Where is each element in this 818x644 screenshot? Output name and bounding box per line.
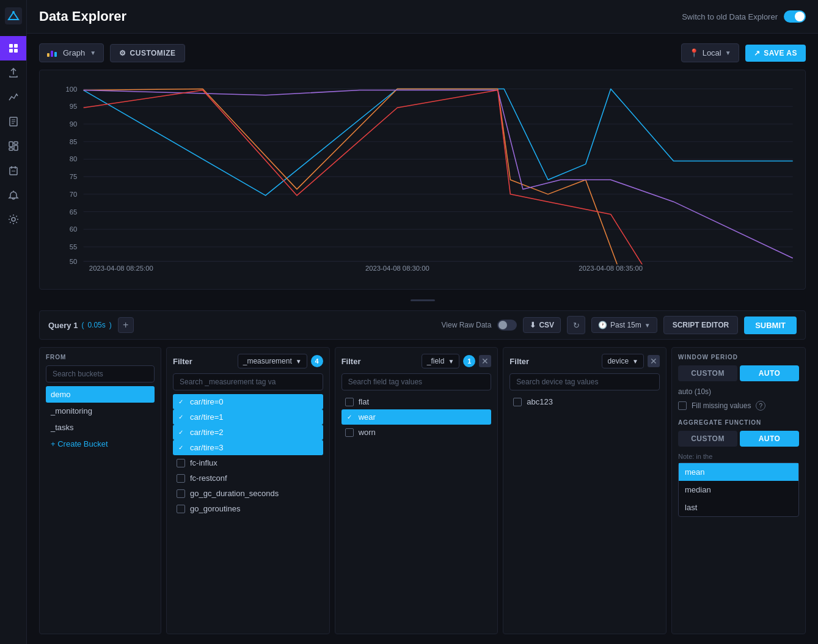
- sidebar-item-alerts[interactable]: [0, 183, 26, 207]
- agg-custom-button[interactable]: CUSTOM: [678, 431, 737, 447]
- field-label-flat: flat: [359, 397, 369, 406]
- script-editor-button[interactable]: SCRIPT EDITOR: [663, 316, 738, 334]
- measurement-check-6: [177, 489, 185, 498]
- filter-field-controls: _field ▼ 1 ✕: [422, 354, 492, 368]
- window-custom-button[interactable]: CUSTOM: [678, 365, 737, 381]
- window-period-label: WINDOW PERIOD: [678, 354, 799, 360]
- resize-handle[interactable]: [39, 297, 806, 303]
- auto-value: auto (10s): [678, 387, 799, 396]
- graph-bar-3: [54, 52, 57, 57]
- svg-text:2023-04-08 08:25:00: 2023-04-08 08:25:00: [89, 265, 153, 271]
- search-device-input[interactable]: [509, 373, 660, 390]
- field-label: _field: [427, 357, 445, 365]
- measurement-item-1[interactable]: car/tire=1: [173, 409, 323, 425]
- local-label: Local: [703, 48, 721, 57]
- save-as-button[interactable]: ↗ SAVE AS: [745, 45, 806, 62]
- measurement-field-select[interactable]: _measurement ▼: [238, 354, 307, 368]
- create-bucket-label: + Create Bucket: [51, 439, 108, 448]
- agg-item-mean[interactable]: mean: [679, 463, 798, 481]
- search-buckets-input[interactable]: [46, 365, 155, 382]
- field-dropdown-icon: ▼: [448, 358, 454, 365]
- switch-to-old-toggle[interactable]: [784, 10, 806, 23]
- field-item-worn[interactable]: worn: [341, 425, 492, 440]
- svg-rect-5: [9, 49, 13, 53]
- svg-rect-13: [14, 145, 18, 150]
- filter-measurement-header: Filter _measurement ▼ 4: [173, 354, 323, 368]
- sidebar-item-tasks[interactable]: [0, 158, 26, 183]
- measurement-item-4[interactable]: fc-influx: [173, 455, 323, 470]
- search-field-input[interactable]: [341, 373, 492, 390]
- sidebar-item-settings[interactable]: [0, 207, 26, 232]
- svg-text:95: 95: [70, 103, 78, 110]
- field-select[interactable]: _field ▼: [422, 354, 460, 368]
- add-query-button[interactable]: +: [118, 317, 134, 333]
- sidebar-item-chart[interactable]: [0, 85, 26, 109]
- field-item-wear[interactable]: wear: [341, 409, 492, 425]
- sidebar-item-explorer[interactable]: [0, 36, 26, 60]
- measurement-check-5: [177, 474, 185, 483]
- sidebar-item-upload[interactable]: [0, 60, 26, 85]
- measurement-check-7: [177, 505, 185, 513]
- sidebar-item-dashboard[interactable]: [0, 134, 26, 158]
- header: Data Explorer Switch to old Data Explore…: [27, 0, 818, 34]
- bucket-list: demo _monitoring _tasks + Create Bucket: [46, 386, 155, 452]
- bucket-item-monitoring[interactable]: _monitoring: [46, 403, 155, 419]
- graph-bar-1: [47, 53, 49, 57]
- graph-type-button[interactable]: Graph ▼: [39, 43, 104, 62]
- measurement-item-6[interactable]: go_gc_duration_seconds: [173, 486, 323, 501]
- window-auto-button[interactable]: AUTO: [740, 365, 799, 381]
- plus-icon: +: [123, 320, 128, 331]
- field-check-wear: [345, 413, 354, 422]
- submit-button[interactable]: SUBMIT: [744, 317, 797, 334]
- query-bar-right: View Raw Data ⬇ CSV ↻ 🕐 Past 15m ▼ SCRIP…: [442, 316, 797, 334]
- sidebar-item-notebook[interactable]: [0, 109, 26, 134]
- view-raw-toggle[interactable]: [497, 320, 517, 331]
- create-bucket-link[interactable]: + Create Bucket: [46, 436, 155, 452]
- device-item-abc123[interactable]: abc123: [509, 394, 660, 409]
- agg-item-last[interactable]: last: [679, 499, 798, 516]
- bucket-item-tasks[interactable]: _tasks: [46, 419, 155, 436]
- device-items: abc123: [509, 394, 660, 409]
- filter-measurement-title: Filter: [173, 357, 192, 366]
- measurement-field-label: _measurement: [243, 357, 292, 365]
- local-button[interactable]: 📍 Local ▼: [681, 43, 739, 62]
- sidebar: [0, 0, 27, 644]
- save-as-label: SAVE AS: [764, 49, 797, 57]
- svg-text:75: 75: [70, 173, 78, 180]
- filter-field-close-button[interactable]: ✕: [479, 355, 491, 367]
- measurement-item-0[interactable]: car/tire=0: [173, 394, 323, 409]
- field-item-flat[interactable]: flat: [341, 394, 492, 409]
- measurement-item-5[interactable]: fc-restconf: [173, 470, 323, 486]
- svg-text:65: 65: [70, 208, 78, 216]
- fill-missing-checkbox[interactable]: [678, 401, 687, 410]
- graph-bar-2: [51, 51, 53, 57]
- filter-field-panel: Filter _field ▼ 1 ✕ flat: [335, 347, 498, 634]
- agg-item-median[interactable]: median: [679, 481, 798, 499]
- svg-text:55: 55: [70, 243, 78, 251]
- time-range-button[interactable]: 🕐 Past 15m ▼: [591, 317, 657, 333]
- measurement-label-5: fc-restconf: [190, 474, 227, 483]
- measurement-label-6: go_gc_duration_seconds: [190, 489, 279, 498]
- measurement-item-3[interactable]: car/tire=3: [173, 440, 323, 455]
- bucket-item-demo[interactable]: demo: [46, 386, 155, 403]
- device-select[interactable]: device ▼: [602, 354, 644, 368]
- filter-device-close-button[interactable]: ✕: [648, 355, 660, 367]
- query-bar: Query 1 ( 0.05s ) + View Raw Data ⬇ CSV …: [39, 310, 806, 340]
- graph-type-label: Graph: [63, 48, 85, 57]
- csv-button[interactable]: ⬇ CSV: [523, 317, 561, 333]
- agg-auto-button[interactable]: AUTO: [740, 431, 799, 447]
- search-measurement-input[interactable]: [173, 373, 323, 390]
- refresh-button[interactable]: ↻: [567, 316, 585, 334]
- measurement-item-7[interactable]: go_goroutines: [173, 501, 323, 516]
- query-time-value: 0.05s: [87, 321, 105, 329]
- measurement-item-2[interactable]: car/tire=2: [173, 425, 323, 440]
- from-panel: FROM demo _monitoring _tasks + Create Bu…: [39, 347, 161, 634]
- help-icon[interactable]: ?: [756, 401, 765, 411]
- svg-rect-43: [46, 76, 799, 265]
- svg-text:85: 85: [70, 138, 78, 145]
- customize-button[interactable]: ⚙ CUSTOMIZE: [110, 44, 184, 62]
- main-content: Data Explorer Switch to old Data Explore…: [27, 0, 818, 644]
- svg-text:80: 80: [70, 156, 78, 163]
- refresh-icon: ↻: [573, 321, 580, 330]
- measurement-badge: 4: [311, 355, 323, 367]
